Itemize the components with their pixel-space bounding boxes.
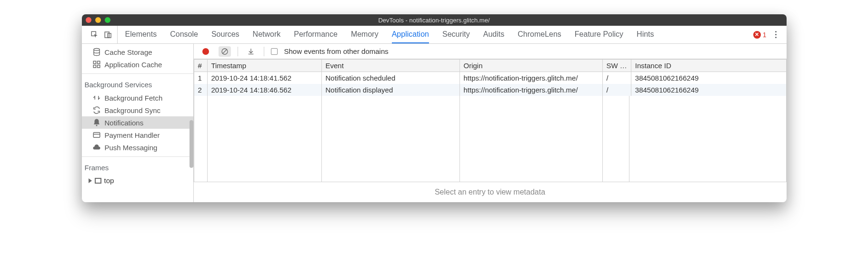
- sidebar-item-background-fetch[interactable]: Background Fetch: [82, 92, 193, 104]
- titlebar: DevTools - notification-triggers.glitch.…: [82, 14, 787, 26]
- table-empty-area: [194, 96, 787, 182]
- svg-rect-5: [97, 61, 100, 63]
- sidebar-item-label: Payment Handler: [105, 131, 160, 139]
- show-other-domains-checkbox[interactable]: [271, 48, 278, 55]
- window-controls: [86, 17, 110, 23]
- cell-instance: 3845081062166249: [631, 84, 786, 96]
- sidebar-item-push-messaging[interactable]: Push Messaging: [82, 141, 193, 154]
- sidebar-item-label: Background Fetch: [105, 94, 163, 102]
- record-button[interactable]: [200, 46, 212, 57]
- zoom-window-button[interactable]: [105, 17, 110, 23]
- svg-rect-7: [97, 65, 100, 68]
- col-header[interactable]: Origin: [459, 60, 602, 72]
- device-toggle-icon[interactable]: [104, 31, 112, 39]
- frames-top-item[interactable]: top: [82, 175, 193, 186]
- svg-point-3: [94, 49, 100, 51]
- cell-n: 2: [194, 84, 207, 96]
- cell-n: 1: [194, 72, 207, 84]
- devtools-window: DevTools - notification-triggers.glitch.…: [82, 14, 787, 202]
- error-count-badge[interactable]: ✕ 1: [753, 31, 767, 39]
- error-icon: ✕: [753, 31, 761, 39]
- tab-memory[interactable]: Memory: [351, 26, 379, 43]
- frames-heading: Frames: [82, 160, 193, 175]
- svg-rect-6: [93, 65, 96, 68]
- col-header[interactable]: #: [194, 60, 207, 72]
- cell-timestamp: 2019-10-24 14:18:46.562: [207, 84, 321, 96]
- toolbar-separator: [264, 47, 264, 56]
- sidebar-divider: [82, 73, 193, 74]
- sync-icon: [92, 106, 101, 114]
- download-button[interactable]: [245, 46, 257, 57]
- sidebar-item-label: Push Messaging: [105, 144, 158, 152]
- sidebar-item-label: Application Cache: [105, 61, 162, 69]
- cell-timestamp: 2019-10-24 14:18:41.562: [207, 72, 321, 84]
- sidebar-item-label: Notifications: [105, 119, 144, 127]
- more-menu-button[interactable]: [772, 31, 780, 38]
- svg-point-8: [96, 125, 97, 126]
- tab-audits[interactable]: Audits: [483, 26, 504, 43]
- frames-top-label: top: [104, 176, 114, 185]
- svg-rect-1: [105, 32, 109, 38]
- cell-event: Notification displayed: [321, 84, 459, 96]
- cell-event: Notification scheduled: [321, 72, 459, 84]
- col-header[interactable]: Event: [321, 60, 459, 72]
- error-count: 1: [763, 31, 767, 39]
- window-title: DevTools - notification-triggers.glitch.…: [378, 17, 489, 24]
- tab-sources[interactable]: Sources: [211, 26, 239, 43]
- devtools-tabbar: ElementsConsoleSourcesNetworkPerformance…: [82, 26, 787, 44]
- cell-instance: 3845081062166249: [631, 72, 786, 84]
- tab-chromelens[interactable]: ChromeLens: [518, 26, 561, 43]
- sidebar-scrollbar[interactable]: [190, 120, 193, 168]
- tab-elements[interactable]: Elements: [125, 26, 157, 43]
- sidebar-item-cache-storage[interactable]: Cache Storage: [82, 46, 193, 58]
- minimize-window-button[interactable]: [95, 17, 101, 23]
- toolbar-separator: [238, 47, 238, 56]
- svg-line-12: [222, 49, 227, 53]
- database-icon: [92, 48, 101, 56]
- bell-icon: [92, 118, 101, 127]
- frame-icon: [95, 178, 101, 184]
- col-header[interactable]: Timestamp: [207, 60, 321, 72]
- record-icon: [202, 48, 209, 55]
- tab-feature-policy[interactable]: Feature Policy: [575, 26, 623, 43]
- inspect-icon[interactable]: [90, 31, 99, 39]
- tab-application[interactable]: Application: [392, 26, 429, 43]
- events-toolbar: Show events from other domains: [194, 44, 787, 59]
- col-header[interactable]: SW …: [602, 60, 631, 72]
- events-table: #TimestampEventOriginSW …Instance ID 120…: [194, 59, 787, 96]
- svg-rect-9: [93, 133, 100, 138]
- grid-icon: [92, 60, 101, 69]
- cloud-icon: [92, 143, 101, 152]
- close-window-button[interactable]: [86, 17, 91, 23]
- cell-sw: /: [602, 72, 631, 84]
- sidebar-item-label: Cache Storage: [105, 48, 152, 56]
- sidebar-divider: [82, 156, 193, 157]
- metadata-hint: Select an entry to view metadata: [194, 182, 787, 202]
- card-icon: [92, 131, 101, 139]
- cell-origin: https://notification-triggers.glitch.me/: [459, 84, 602, 96]
- application-sidebar: Cache StorageApplication Cache Backgroun…: [82, 44, 194, 202]
- show-other-domains-label: Show events from other domains: [284, 47, 389, 55]
- bg-services-heading: Background Services: [82, 77, 193, 92]
- tab-performance[interactable]: Performance: [294, 26, 338, 43]
- sidebar-item-application-cache[interactable]: Application Cache: [82, 58, 193, 71]
- clear-button[interactable]: [219, 46, 231, 57]
- sidebar-item-payment-handler[interactable]: Payment Handler: [82, 129, 193, 141]
- disclosure-icon: [89, 178, 92, 183]
- col-header[interactable]: Instance ID: [631, 60, 786, 72]
- cell-sw: /: [602, 84, 631, 96]
- sidebar-item-background-sync[interactable]: Background Sync: [82, 104, 193, 116]
- sidebar-item-notifications[interactable]: Notifications: [82, 116, 193, 129]
- cell-origin: https://notification-triggers.glitch.me/: [459, 72, 602, 84]
- fetch-icon: [92, 93, 101, 102]
- table-row[interactable]: 12019-10-24 14:18:41.562Notification sch…: [194, 72, 786, 84]
- tab-network[interactable]: Network: [253, 26, 281, 43]
- tab-security[interactable]: Security: [442, 26, 470, 43]
- table-row[interactable]: 22019-10-24 14:18:46.562Notification dis…: [194, 84, 786, 96]
- svg-rect-4: [93, 61, 96, 63]
- sidebar-item-label: Background Sync: [105, 106, 161, 114]
- tab-console[interactable]: Console: [170, 26, 198, 43]
- tab-hints[interactable]: Hints: [637, 26, 654, 43]
